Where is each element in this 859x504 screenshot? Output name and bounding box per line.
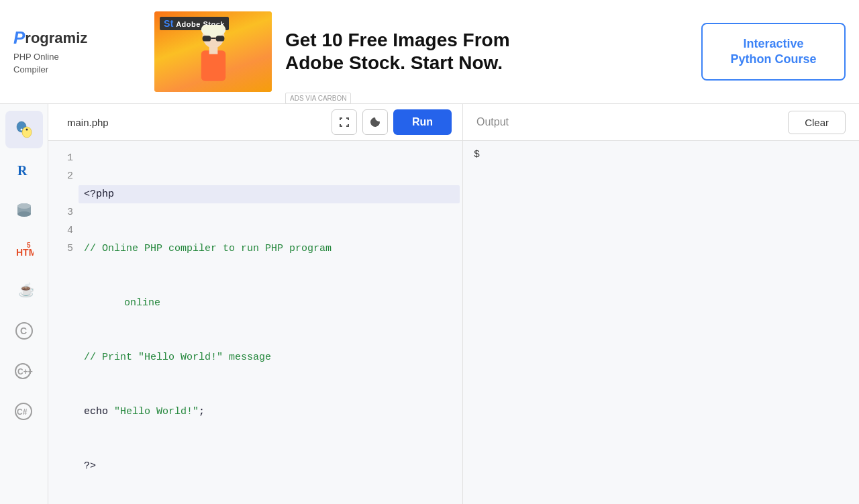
clear-button[interactable]: Clear [788, 111, 846, 134]
sidebar-item-cpp[interactable]: C++ [5, 352, 43, 390]
python-icon [15, 120, 34, 139]
ad-text: Get 10 Free Images From Adobe Stock. Sta… [285, 29, 510, 74]
svg-point-14 [17, 211, 31, 217]
editor-toolbar: main.php Run [48, 104, 462, 141]
run-button[interactable]: Run [393, 109, 452, 135]
output-content: $ [463, 141, 859, 504]
code-line-2: // Online PHP compiler to run PHP progra… [84, 240, 454, 258]
sidebar-item-python[interactable] [5, 111, 43, 148]
output-label: Output [476, 116, 788, 128]
ad-person-icon [183, 25, 244, 92]
sidebar-item-c[interactable]: C [5, 312, 43, 350]
svg-point-9 [20, 129, 22, 131]
logo: P rogramiz [13, 28, 87, 48]
file-tab[interactable]: main.php [59, 113, 117, 132]
svg-point-8 [22, 127, 32, 138]
csharp-icon: C# [15, 402, 34, 421]
svg-point-15 [17, 203, 31, 209]
logo-section: P rogramiz PHP Online Compiler [13, 28, 134, 75]
code-line-1: <?php [79, 185, 460, 203]
svg-rect-5 [201, 50, 225, 81]
sidebar-item-sql[interactable] [5, 191, 43, 229]
ad-section: St Adobe Stock [154, 11, 681, 92]
cpp-icon: C++ [15, 362, 34, 381]
sidebar: R HTML 5 ☕ C [0, 104, 48, 504]
sidebar-item-java[interactable]: ☕ [5, 272, 43, 309]
svg-point-10 [26, 129, 28, 131]
ads-via-label: ADS VIA CARBON [285, 93, 351, 104]
logo-name: rogramiz [25, 30, 87, 47]
editor-area: main.php Run 1 2 3 4 5 [48, 104, 463, 504]
svg-rect-2 [202, 36, 211, 41]
svg-rect-3 [215, 36, 224, 41]
svg-text:C: C [20, 325, 27, 336]
c-icon: C [15, 321, 34, 340]
fullscreen-button[interactable] [332, 109, 357, 135]
darkmode-button[interactable] [362, 109, 388, 135]
code-content[interactable]: <?php // Online PHP compiler to run PHP … [79, 141, 462, 504]
svg-text:C++: C++ [17, 367, 33, 376]
svg-text:☕: ☕ [18, 282, 34, 298]
logo-letter: P [13, 28, 25, 48]
dollar-sign: $ [474, 149, 480, 160]
sql-icon [15, 201, 34, 219]
fullscreen-icon [339, 117, 350, 128]
sidebar-item-r[interactable]: R [5, 151, 43, 189]
code-line-3: // Print "Hello World!" message [84, 348, 454, 366]
code-editor[interactable]: 1 2 3 4 5 <?php // Online PHP compiler t… [48, 141, 462, 504]
output-toolbar: Output Clear [463, 104, 859, 141]
code-line-2b: online [84, 294, 454, 312]
code-line-5: ?> [84, 457, 454, 475]
svg-text:R: R [17, 163, 28, 178]
main-layout: R HTML 5 ☕ C [0, 104, 859, 504]
r-icon: R [15, 160, 34, 179]
svg-text:C#: C# [17, 407, 28, 417]
header: P rogramiz PHP Online Compiler St Adobe … [0, 0, 859, 104]
ad-image[interactable]: St Adobe Stock [154, 11, 272, 92]
moon-icon [370, 117, 381, 128]
ad-headline: Get 10 Free Images From Adobe Stock. Sta… [285, 29, 510, 74]
code-line-4: echo "Hello World!"; [84, 403, 454, 421]
line-numbers: 1 2 3 4 5 [48, 141, 79, 504]
sidebar-item-html[interactable]: HTML 5 [5, 232, 43, 269]
svg-rect-6 [209, 47, 217, 54]
output-area: Output Clear $ [463, 104, 859, 504]
java-icon: ☕ [15, 281, 34, 300]
html5-icon: HTML 5 [15, 241, 34, 260]
logo-subtitle: PHP Online Compiler [13, 51, 59, 75]
python-course-button[interactable]: Interactive Python Course [701, 23, 846, 81]
svg-text:HTML: HTML [16, 247, 34, 258]
sidebar-item-csharp[interactable]: C# [5, 393, 43, 430]
svg-text:5: 5 [27, 242, 31, 249]
